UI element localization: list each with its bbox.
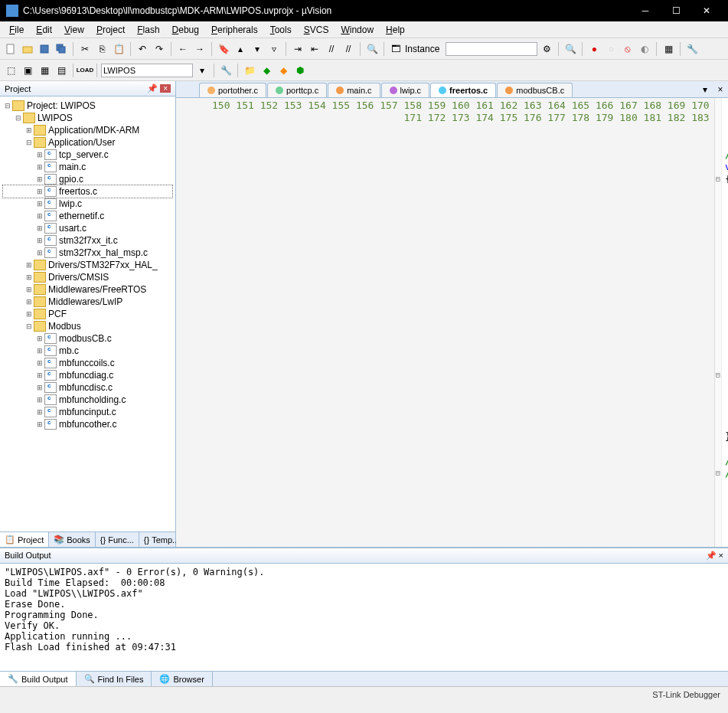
bookmark-clear-button[interactable]: ▿ xyxy=(266,41,282,57)
menu-view[interactable]: View xyxy=(58,23,90,37)
save-button[interactable] xyxy=(37,41,52,57)
sidebar-tab-project[interactable]: 📋Project xyxy=(0,532,49,547)
tree-file-mbfuncinput-c[interactable]: ⊞mbfuncinput.c xyxy=(3,406,172,418)
tree-file-gpio-c[interactable]: ⊞gpio.c xyxy=(3,173,172,185)
breakpoint-disable-button[interactable]: ○ xyxy=(603,41,619,57)
file-tab-porttcp-c[interactable]: porttcp.c xyxy=(267,83,327,97)
tree-group-application-user[interactable]: ⊟Application/User xyxy=(3,136,172,149)
tree-file-usart-c[interactable]: ⊞usart.c xyxy=(3,222,172,234)
copy-button[interactable]: ⎘ xyxy=(94,41,109,57)
menu-file[interactable]: File xyxy=(3,23,30,37)
find-button[interactable]: 🔍 xyxy=(364,41,380,57)
code-area[interactable]: 150 151 152 153 154 155 156 157 158 159 … xyxy=(176,98,728,547)
configure-instance-button[interactable]: ⚙ xyxy=(539,41,554,57)
breakpoint-enable-button[interactable]: ◐ xyxy=(637,41,652,57)
select-pack-button[interactable]: ◆ xyxy=(276,63,291,78)
batch-build-button[interactable]: ▤ xyxy=(54,63,69,78)
cut-button[interactable]: ✂ xyxy=(77,41,93,57)
fold-column[interactable]: ⊟ ⊟ ⊟ xyxy=(715,98,722,547)
tab-dropdown-button[interactable]: ▾ xyxy=(697,82,713,97)
tree-file-mbfunccoils-c[interactable]: ⊞mbfunccoils.c xyxy=(3,357,172,369)
target-combo[interactable] xyxy=(101,64,193,77)
menu-svcs[interactable]: SVCS xyxy=(298,23,335,37)
menu-peripherals[interactable]: Peripherals xyxy=(205,23,264,37)
code-text[interactable]: * @brief Function implementing the defau… xyxy=(722,98,728,547)
output-tab-build-output[interactable]: 🔧Build Output xyxy=(0,672,77,686)
rebuild-button[interactable]: ▦ xyxy=(37,63,52,78)
indent-button[interactable]: ⇥ xyxy=(290,41,305,57)
output-tab-find-in-files[interactable]: 🔍Find In Files xyxy=(77,672,152,686)
file-tab-main-c[interactable]: main.c xyxy=(328,83,380,97)
close-button[interactable]: ✕ xyxy=(691,0,722,21)
tree-file-mbfuncdisc-c[interactable]: ⊞mbfuncdisc.c xyxy=(3,381,172,394)
breakpoint-kill-button[interactable]: ⦸ xyxy=(620,41,635,57)
configure-button[interactable]: 🔧 xyxy=(684,41,700,57)
file-tab-freertos-c[interactable]: freertos.c xyxy=(430,83,496,97)
tree-file-stm32f7xx_hal_msp-c[interactable]: ⊞stm32f7xx_hal_msp.c xyxy=(3,247,172,259)
tree-project-root[interactable]: ⊟Project: LWIPOS xyxy=(3,100,172,112)
uncomment-button[interactable]: // xyxy=(341,41,356,57)
new-file-button[interactable] xyxy=(3,41,18,57)
save-all-button[interactable] xyxy=(54,41,69,57)
tree-file-main-c[interactable]: ⊞main.c xyxy=(3,161,172,173)
tree-file-mb-c[interactable]: ⊞mb.c xyxy=(3,345,172,357)
tree-group-drivers-cmsis[interactable]: ⊞Drivers/CMSIS xyxy=(3,271,172,283)
instance-combo[interactable] xyxy=(446,42,537,56)
tree-file-mbfuncholding-c[interactable]: ⊞mbfuncholding.c xyxy=(3,394,172,406)
project-tree[interactable]: ⊟Project: LWIPOS⊟LWIPOS⊞Application/MDK-… xyxy=(0,96,175,531)
pack-installer-button[interactable]: ⬢ xyxy=(292,63,308,78)
download-button[interactable]: LOAD xyxy=(77,63,93,78)
tree-target[interactable]: ⊟LWIPOS xyxy=(3,112,172,124)
maximize-button[interactable]: ☐ xyxy=(661,0,691,21)
nav-forward-button[interactable]: → xyxy=(192,41,207,57)
tree-file-mbfuncother-c[interactable]: ⊞mbfuncother.c xyxy=(3,418,172,430)
menu-debug[interactable]: Debug xyxy=(166,23,205,37)
menu-project[interactable]: Project xyxy=(90,23,131,37)
breakpoint-insert-button[interactable]: ● xyxy=(586,41,602,57)
tree-file-lwip-c[interactable]: ⊞lwip.c xyxy=(3,198,172,210)
build-output-close-button[interactable]: × xyxy=(719,551,723,560)
outdent-button[interactable]: ⇤ xyxy=(307,41,322,57)
comment-button[interactable]: // xyxy=(324,41,339,57)
bookmark-toggle-button[interactable]: 🔖 xyxy=(216,41,231,57)
build-button[interactable]: ▣ xyxy=(20,63,35,78)
target-dropdown-button[interactable]: ▾ xyxy=(194,63,210,78)
output-tab-browser[interactable]: 🌐Browser xyxy=(152,672,212,686)
debug-button[interactable]: 🔍 xyxy=(563,41,578,57)
tree-group-pcf[interactable]: ⊞PCF xyxy=(3,308,172,320)
tree-file-modbusCB-c[interactable]: ⊞modbusCB.c xyxy=(3,332,172,345)
redo-button[interactable]: ↷ xyxy=(152,41,167,57)
tree-group-middlewares-lwip[interactable]: ⊞Middlewares/LwIP xyxy=(3,296,172,308)
tree-file-freertos-c[interactable]: ⊞freertos.c xyxy=(3,185,172,198)
build-output-text[interactable]: "LWIPOS\LWIPOS.axf" - 0 Error(s), 0 Warn… xyxy=(0,564,728,671)
undo-button[interactable]: ↶ xyxy=(135,41,150,57)
translate-button[interactable]: ⬚ xyxy=(3,63,18,78)
options-button[interactable]: 🔧 xyxy=(218,63,233,78)
project-panel-close-button[interactable]: × xyxy=(160,84,171,93)
file-tab-modbusCB-c[interactable]: modbusCB.c xyxy=(497,83,573,97)
file-tab-lwip-c[interactable]: lwip.c xyxy=(381,83,430,97)
tree-file-stm32f7xx_it-c[interactable]: ⊞stm32f7xx_it.c xyxy=(3,234,172,247)
file-ext-button[interactable]: 📁 xyxy=(242,63,257,78)
nav-back-button[interactable]: ← xyxy=(175,41,191,57)
open-file-button[interactable] xyxy=(20,41,35,57)
tree-file-mbfuncdiag-c[interactable]: ⊞mbfuncdiag.c xyxy=(3,369,172,381)
project-panel-pin-icon[interactable]: 📌 × xyxy=(147,83,171,93)
paste-button[interactable]: 📋 xyxy=(111,41,126,57)
file-tab-portother-c[interactable]: portother.c xyxy=(199,83,266,97)
tree-group-drivers-stm32f7xx_hal_driver[interactable]: ⊞Drivers/STM32F7xx_HAL_ xyxy=(3,259,172,271)
menu-edit[interactable]: Edit xyxy=(30,23,58,37)
sidebar-tab-functions[interactable]: {}Func... xyxy=(96,532,139,547)
bookmark-prev-button[interactable]: ▴ xyxy=(233,41,248,57)
tree-group-modbus[interactable]: ⊟Modbus xyxy=(3,320,172,332)
sidebar-tab-books[interactable]: 📚Books xyxy=(49,532,96,547)
tab-close-button[interactable]: × xyxy=(713,82,728,97)
manage-rte-button[interactable]: ◆ xyxy=(259,63,274,78)
tree-group-application-mdk-arm[interactable]: ⊞Application/MDK-ARM xyxy=(3,124,172,136)
tree-file-tcp_server-c[interactable]: ⊞tcp_server.c xyxy=(3,149,172,161)
build-output-pin-icon[interactable]: 📌 xyxy=(706,551,717,560)
menu-flash[interactable]: Flash xyxy=(131,23,165,37)
menu-tools[interactable]: Tools xyxy=(264,23,298,37)
menu-window[interactable]: Window xyxy=(335,23,380,37)
menu-help[interactable]: Help xyxy=(380,23,411,37)
